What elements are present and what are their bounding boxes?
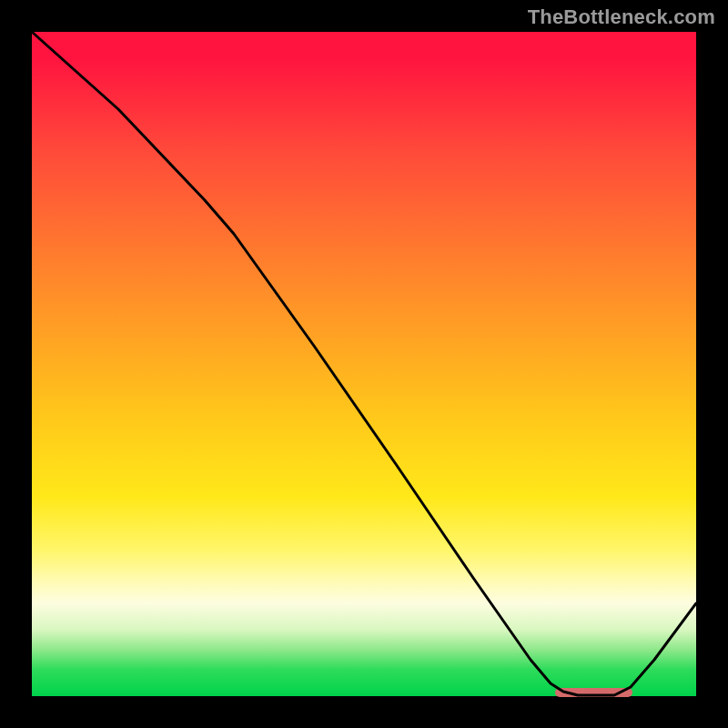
chart-svg — [32, 32, 696, 696]
watermark-text: TheBottleneck.com — [528, 5, 715, 29]
line-series-curve — [32, 32, 696, 695]
plot-area — [32, 32, 696, 696]
chart-frame: TheBottleneck.com — [0, 0, 728, 728]
